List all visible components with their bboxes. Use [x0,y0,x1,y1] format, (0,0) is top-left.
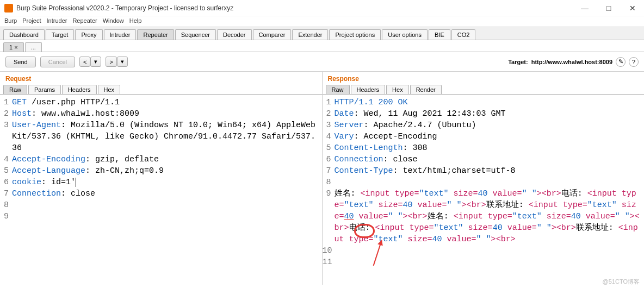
help-icon[interactable]: ? [629,57,639,67]
cancel-button[interactable]: Cancel [40,57,75,67]
tab-dashboard[interactable]: Dashboard [3,29,45,40]
window-maximize-button[interactable]: □ [602,4,616,12]
menu-project[interactable]: Project [22,17,41,26]
line-number: 9 [0,211,12,222]
menu-help[interactable]: Help [129,17,142,26]
send-button[interactable]: Send [5,57,36,67]
tab-user-options[interactable]: User options [382,29,428,40]
main-tab-bar: Dashboard Target Proxy Intruder Repeater… [0,27,644,40]
request-tab-raw[interactable]: Raw [3,85,27,94]
line-number: 3 [0,120,12,154]
line-number: 7 [323,165,335,177]
request-tab-hex[interactable]: Hex [98,85,121,94]
line-number: 4 [323,131,335,142]
tab-decoder[interactable]: Decoder [217,29,252,40]
repeater-sub-tab-bar: 1 × ... [0,40,644,52]
line-number: 3 [323,120,335,131]
response-editor[interactable]: 1HTTP/1.1 200 OK 2Date: Wed, 11 Aug 2021… [323,95,645,285]
watermark: @51CTO博客 [603,278,640,286]
tab-proxy[interactable]: Proxy [75,29,102,40]
edit-target-icon[interactable]: ✎ [616,57,626,67]
line-number: 5 [0,165,12,177]
line-number: 6 [323,154,335,165]
request-view-tabs: Raw Params Headers Hex [0,85,322,95]
tab-repeater[interactable]: Repeater [137,29,174,40]
menu-repeater[interactable]: Repeater [72,17,97,26]
response-view-tabs: Raw Headers Hex Render [323,85,645,95]
line-number: 1 [0,97,12,108]
request-editor[interactable]: 1GET /user.php HTTP/1.1 2Host: www.whalw… [0,95,322,285]
line-number: 10 [323,245,335,256]
editor-panes: Request Raw Params Headers Hex 1GET /use… [0,72,644,285]
line-number: 1 [323,97,335,108]
response-tab-raw[interactable]: Raw [326,85,350,94]
response-pane: Response Raw Headers Hex Render 1HTTP/1.… [323,72,645,285]
line-number: 2 [323,108,335,120]
annotation-circle [354,224,375,238]
target-label: Target: [508,59,528,65]
response-tab-headers[interactable]: Headers [351,85,386,94]
line-number: 7 [0,188,12,199]
target-value: http://www.whalwl.host:8009 [531,59,612,65]
repeater-tab-new[interactable]: ... [25,42,42,52]
app-icon [4,4,13,12]
menu-bar: Burp Project Intruder Repeater Window He… [0,16,644,27]
line-number: 8 [0,199,12,211]
tab-comparer[interactable]: Comparer [253,29,292,40]
line-number: 2 [0,108,12,120]
request-tab-headers[interactable]: Headers [62,85,97,94]
history-next-button[interactable]: > [106,57,116,67]
line-number: 11 [323,256,335,268]
menu-burp[interactable]: Burp [4,17,17,26]
repeater-tab-1[interactable]: 1 × [3,42,24,52]
tab-project-options[interactable]: Project options [329,29,381,40]
tab-intruder[interactable]: Intruder [104,29,137,40]
response-tab-render[interactable]: Render [410,85,442,94]
window-minimize-button[interactable]: — [578,4,592,12]
line-number: 5 [323,142,335,154]
tab-co2[interactable]: CO2 [451,29,476,40]
response-title: Response [323,72,645,85]
tab-target[interactable]: Target [46,29,75,40]
history-prev-button[interactable]: < [79,57,90,67]
line-number: 9 [323,188,335,245]
menu-window[interactable]: Window [103,17,124,26]
history-prev-dropdown[interactable]: ▾ [90,57,101,67]
window-title: Burp Suite Professional v2020.2 - Tempor… [16,4,578,12]
request-tab-params[interactable]: Params [28,85,61,94]
tab-extender[interactable]: Extender [292,29,328,40]
tab-bie[interactable]: BIE [429,29,450,40]
request-pane: Request Raw Params Headers Hex 1GET /use… [0,72,323,285]
response-tab-hex[interactable]: Hex [386,85,409,94]
line-number: 6 [0,177,12,188]
history-next-dropdown[interactable]: ▾ [117,57,128,67]
menu-intruder[interactable]: Intruder [47,17,67,26]
line-number: 4 [0,154,12,165]
title-bar: Burp Suite Professional v2020.2 - Tempor… [0,0,644,16]
repeater-toolbar: Send Cancel < ▾ > ▾ Target: http://www.w… [0,52,644,72]
line-number: 8 [323,177,335,188]
tab-sequencer[interactable]: Sequencer [175,29,216,40]
response-body-html: 姓名: <input type="text" size=40 value=" "… [335,188,645,245]
window-close-button[interactable]: ✕ [626,4,640,12]
request-title: Request [0,72,322,85]
